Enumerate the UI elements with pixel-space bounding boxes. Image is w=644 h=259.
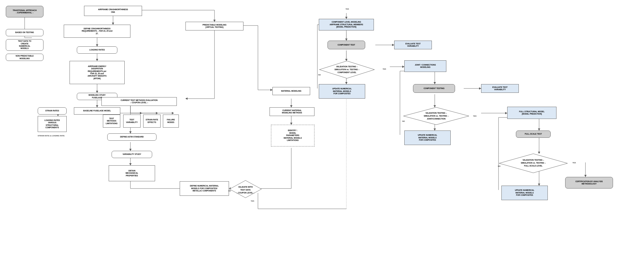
yes-label-coupon: YES xyxy=(251,200,254,202)
no-label-coupon: NO xyxy=(228,190,231,192)
non-predictable-box: NON PREDICTABLE MODELING xyxy=(6,54,43,61)
yes-val3-label: YES xyxy=(572,162,576,164)
svg-marker-71 xyxy=(505,112,507,114)
baseline-fuselage-box: BASELINE FUSELAGE MODEL xyxy=(74,107,120,115)
flowchart: TRADITIONAL APPROACH – EXPERIMENTAL – BA… xyxy=(0,0,644,259)
yes-val1-label: YES xyxy=(383,68,386,70)
svg-text:SIMULATION vs. TESTING –: SIMULATION vs. TESTING – xyxy=(334,68,360,70)
svg-text:TEST DATA: TEST DATA xyxy=(240,189,251,191)
yes-top-label: YES xyxy=(345,8,349,10)
svg-marker-32 xyxy=(172,112,174,114)
airframe-energy-box: AIRFRAME ENERGY DISSIPATION REQUIREMENTS… xyxy=(70,61,125,84)
svg-marker-73 xyxy=(434,128,436,131)
no-val1-label: NO xyxy=(318,74,321,76)
svg-marker-12 xyxy=(96,91,98,93)
predictable-modeling-box: PREDICTABLE MODELING (VIRTUAL TESTING) xyxy=(185,22,243,30)
svg-marker-8 xyxy=(96,44,98,46)
svg-text:JOINT/CONNECTION: JOINT/CONNECTION xyxy=(427,118,446,120)
svg-marker-51 xyxy=(345,17,348,19)
component-test-box: COMPONENT TEST xyxy=(328,41,365,49)
svg-marker-23 xyxy=(270,89,272,91)
svg-marker-38 xyxy=(129,163,132,165)
failure-modes-box: FAILURE MODES xyxy=(163,115,179,128)
svg-marker-1 xyxy=(112,23,114,25)
define-crashworthiness-box: DEFINE CRASHWORTHINESS REQUIREMENTS – FA… xyxy=(64,25,130,38)
identify-box: IDENTIFY : MODEL PARAMETERS MATERIAL MOD… xyxy=(271,125,314,146)
svg-marker-59 xyxy=(402,66,404,68)
svg-marker-4 xyxy=(213,20,216,22)
evaluate-test-var2-box: EVALUATE TEST VARIABILITY xyxy=(481,84,519,93)
svg-text:VALIDATION TESTING –: VALIDATION TESTING – xyxy=(425,112,447,114)
connector-lines xyxy=(0,0,644,259)
svg-marker-36 xyxy=(129,149,132,151)
update-numerical1-box: UPDATE NUMERICAL MATERIAL MODELS FOR COM… xyxy=(319,84,365,99)
based-on-testing-box: BASED ON TESTING xyxy=(6,29,43,36)
svg-marker-77 xyxy=(538,128,540,131)
svg-marker-53 xyxy=(345,39,348,41)
svg-marker-65 xyxy=(434,82,436,84)
svg-marker-10 xyxy=(96,59,98,61)
traditional-approach-box: TRADITIONAL APPROACH – EXPERIMENTAL – xyxy=(6,6,43,17)
svg-marker-67 xyxy=(479,87,481,90)
svg-marker-55 xyxy=(392,44,394,46)
svg-marker-30 xyxy=(140,112,142,114)
full-scale-test-box: FULL-SCALE TEST xyxy=(516,131,551,138)
svg-text:– COUPON LEVEL –: – COUPON LEVEL – xyxy=(237,192,254,194)
component-level-modeling-box: COMPONENT LEVEL MODELING AIRFRAME STRUCT… xyxy=(319,19,374,30)
no-val3-label: NO xyxy=(498,165,501,167)
svg-marker-45 xyxy=(290,105,292,107)
validation-full-diamond: VALIDATION TESTING – SIMULATION vs. TEST… xyxy=(499,153,568,173)
variability-study-box: VARIABILITY STUDY xyxy=(112,151,152,158)
svg-text:VALIDATION TESTING –: VALIDATION TESTING – xyxy=(523,159,544,161)
validation-joint-diamond: VALIDATION TESTING – SIMULATION vs. TEST… xyxy=(403,107,470,126)
current-material-box: CURRENT MATERIAL MODELING METHODS xyxy=(270,107,314,116)
loading-rates-box: LOADING RATES xyxy=(77,46,117,54)
certification-box: CERTIFICATION BY ANALYSIS METHODOLOGY xyxy=(565,177,613,189)
strain-rates-box: STRAIN RATES xyxy=(38,107,67,115)
material-modeling-box: MATERIAL MODELING xyxy=(272,87,310,95)
strain-rate-label: STRAIN RATE & LOADING RATE xyxy=(38,135,65,137)
validation-component-diamond: VALIDATION TESTING – SIMULATION vs. TEST… xyxy=(319,60,375,79)
test-variability-box: TEST VARIABILITY xyxy=(123,115,141,128)
svg-marker-83 xyxy=(538,184,540,186)
svg-text:SIMULATION vs. TESTING –: SIMULATION vs. TESTING – xyxy=(521,162,546,164)
define-numerical-box: DEFINE NUMERICAL MATERIAL MODELS FOR COM… xyxy=(180,181,229,196)
svg-text:FULL-SCALE LEVEL: FULL-SCALE LEVEL xyxy=(524,165,543,167)
svg-text:VALIDATION TESTING –: VALIDATION TESTING – xyxy=(336,66,358,68)
loading-rates-various-box: LOADING RATES VARIOUS STRUCTURAL COMPONE… xyxy=(38,116,67,132)
yes-val2-label: YES xyxy=(473,115,476,117)
svg-text:VALIDATE WITH: VALIDATE WITH xyxy=(238,186,253,188)
full-structural-box: FULL STRUCTURAL MODEL (MODEL PREDICTION) xyxy=(507,107,556,119)
airframe-cba-box: AIRFRAME CRASHWORTHINESS CBA xyxy=(84,6,142,16)
validate-coupon-diamond: VALIDATE WITH TEST DATA – COUPON LEVEL – xyxy=(229,180,262,199)
test-limitations-box: TEST METHODS LIMITATIONS xyxy=(103,115,120,128)
define-astm-box: DEFINE ASTM STANDARD xyxy=(107,133,157,141)
svg-marker-81 xyxy=(584,175,587,177)
svg-marker-14 xyxy=(96,105,98,107)
component-testing2-box: COMPONENT TESTING xyxy=(413,84,455,93)
update-numerical3-box: UPDATE NUMERICAL MATERIAL MODELS FOR COM… xyxy=(501,186,548,200)
svg-marker-61 xyxy=(345,82,348,84)
test-data-box: TEST DATA TO CREATE NUMERICAL MODELS xyxy=(6,39,43,51)
svg-text:COMPONENT LEVEL: COMPONENT LEVEL xyxy=(337,71,356,73)
update-numerical2-box: UPDATE NUMERICAL MATERIAL MODELS FOR COM… xyxy=(404,131,451,145)
strain-rate-effects-box: STRAIN RATE EFFECTS xyxy=(143,115,161,128)
svg-marker-34 xyxy=(129,131,132,133)
svg-marker-19 xyxy=(185,97,188,100)
svg-marker-47 xyxy=(290,123,292,125)
joint-connections-box: JOINT / CONNECTIONS MODELING xyxy=(404,60,446,72)
svg-marker-31 xyxy=(156,112,158,114)
current-test-methods-box: CURRENT TEST METHODS EVALUATION – COUPON… xyxy=(101,97,177,106)
svg-text:SIMULATION vs. TESTING –: SIMULATION vs. TESTING – xyxy=(424,115,449,117)
no-val2-label: NO xyxy=(402,120,405,122)
obtain-mechanical-box: OBTAIN MECHANICAL PROPERTIES xyxy=(109,165,155,181)
evaluate-test-var1-box: EVALUATE TEST VARIABILITY xyxy=(394,41,432,49)
